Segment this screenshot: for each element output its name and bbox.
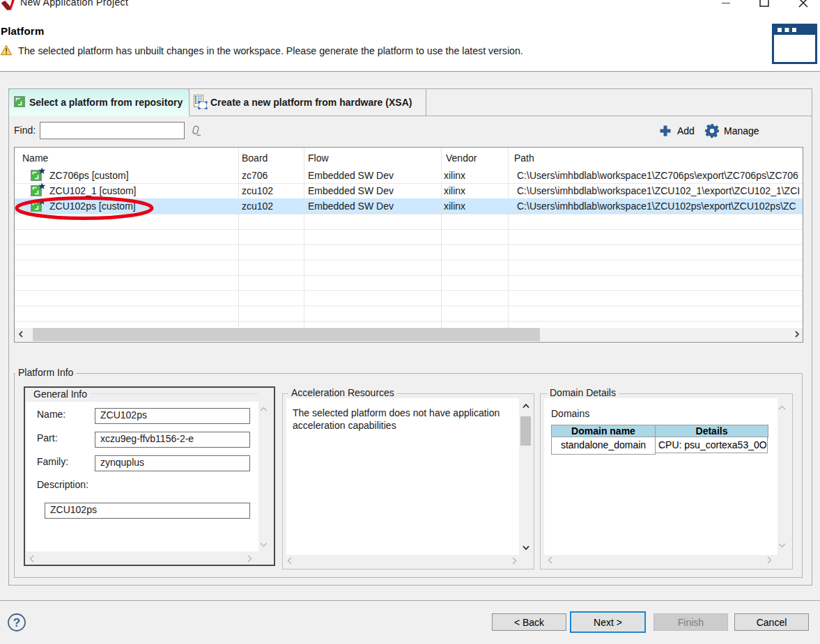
svg-text:?: ? xyxy=(13,616,20,629)
